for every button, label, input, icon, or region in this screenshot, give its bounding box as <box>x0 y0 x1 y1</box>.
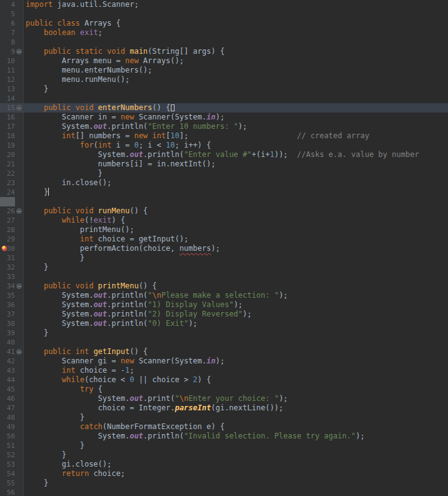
code-text[interactable]: printMenu(); <box>24 225 448 235</box>
gutter[interactable]: 20 <box>0 150 24 159</box>
line-number[interactable]: 13 <box>0 84 15 94</box>
line-number[interactable]: 32 <box>0 263 15 272</box>
code-text[interactable] <box>24 488 448 496</box>
gutter[interactable]: 37 <box>0 310 24 319</box>
gutter[interactable]: 50 <box>0 432 24 441</box>
code-text[interactable]: while(choice < 0 || choice > 2) { <box>24 375 448 385</box>
line-number[interactable]: 52 <box>0 450 15 460</box>
gutter[interactable]: 36 <box>0 300 24 310</box>
line-number[interactable]: 8 <box>0 38 15 47</box>
code-text[interactable]: System.out.println("2) Display Reversed"… <box>24 310 448 319</box>
code-text[interactable] <box>24 197 448 206</box>
code-text[interactable]: } <box>24 441 448 450</box>
gutter[interactable]: 32 <box>0 263 24 272</box>
gutter[interactable]: 18 <box>0 131 24 141</box>
line-number[interactable]: 10 <box>0 56 15 66</box>
gutter[interactable]: 42 <box>0 357 24 366</box>
line-number[interactable]: 28 <box>0 225 15 235</box>
fold-minus-icon[interactable] <box>16 208 22 214</box>
gutter[interactable]: 38 <box>0 319 24 328</box>
gutter[interactable]: 21 <box>0 159 24 169</box>
gutter[interactable]: 19 <box>0 141 24 150</box>
gutter[interactable]: 25 <box>0 197 24 206</box>
line-number[interactable]: 24 <box>0 188 15 197</box>
line-number[interactable]: 31 <box>0 253 15 263</box>
code-text[interactable]: } <box>24 413 448 422</box>
line-number[interactable]: 54 <box>0 469 15 478</box>
line-number[interactable]: 19 <box>0 141 15 150</box>
gutter[interactable]: 56 <box>0 488 24 496</box>
line-number[interactable]: 37 <box>0 310 15 319</box>
fold-minus-icon[interactable] <box>16 349 22 355</box>
code-text[interactable] <box>24 94 448 103</box>
gutter[interactable]: 11 <box>0 66 24 75</box>
code-text[interactable]: } <box>24 328 448 338</box>
code-text[interactable]: System.out.println("\nPlease make a sele… <box>24 291 448 300</box>
gutter[interactable]: 17 <box>0 122 24 131</box>
line-number[interactable]: 36 <box>0 300 15 310</box>
line-number[interactable]: 38 <box>0 319 15 328</box>
line-number[interactable]: 12 <box>0 75 15 84</box>
gutter[interactable]: 24 <box>0 188 24 197</box>
line-number[interactable]: 16 <box>0 113 15 122</box>
gutter[interactable]: 5 <box>0 9 24 19</box>
code-text[interactable]: for(int i = 0; i < 10; i++) { <box>24 141 448 150</box>
gutter[interactable]: 34 <box>0 281 24 291</box>
code-text[interactable]: int[] numbers = new int[10]; // created … <box>24 131 448 141</box>
line-number[interactable]: 6 <box>0 19 15 28</box>
gutter[interactable]: 28 <box>0 225 24 235</box>
gutter[interactable]: 22 <box>0 169 24 178</box>
gutter[interactable]: 52 <box>0 450 24 460</box>
line-number[interactable]: 50 <box>0 432 15 441</box>
line-number[interactable]: 20 <box>0 150 15 159</box>
fold-minus-icon[interactable] <box>16 49 22 54</box>
code-text[interactable]: System.out.println("Invalid selection. P… <box>24 432 448 441</box>
gutter[interactable]: 14 <box>0 94 24 103</box>
gutter[interactable]: 31 <box>0 253 24 263</box>
code-text[interactable]: System.out.println("Enter 10 numbers: ")… <box>24 122 448 131</box>
line-number[interactable]: 55 <box>0 478 15 488</box>
code-text[interactable]: return choice; <box>24 469 448 478</box>
code-text[interactable] <box>24 38 448 47</box>
code-text[interactable]: public void runMenu() { <box>24 206 448 216</box>
code-text[interactable]: Scanner gi = new Scanner(System.in); <box>24 357 448 366</box>
gutter[interactable]: 39 <box>0 328 24 338</box>
error-bulb-icon[interactable] <box>1 245 8 251</box>
line-number[interactable]: 9 <box>0 47 15 56</box>
line-number[interactable]: 33 <box>0 272 15 281</box>
gutter[interactable]: 23 <box>0 178 24 188</box>
gutter[interactable]: 53 <box>0 460 24 469</box>
code-text[interactable]: choice = Integer.parseInt(gi.nextLine())… <box>24 403 448 413</box>
code-text[interactable]: public class Arrays { <box>24 19 448 28</box>
gutter[interactable]: 48 <box>0 413 24 422</box>
gutter[interactable]: 26 <box>0 206 24 216</box>
gutter[interactable]: 16 <box>0 113 24 122</box>
gutter[interactable]: 9 <box>0 47 24 56</box>
gutter[interactable]: 49 <box>0 422 24 432</box>
gutter[interactable]: 54 <box>0 469 24 478</box>
code-text[interactable] <box>24 9 448 19</box>
line-number[interactable]: 35 <box>0 291 15 300</box>
line-number[interactable]: 27 <box>0 216 15 225</box>
code-text[interactable]: public int getInput() { <box>24 347 448 357</box>
gutter[interactable]: 51 <box>0 441 24 450</box>
fold-minus-icon[interactable] <box>16 105 22 111</box>
code-text[interactable]: menu.runMenu(); <box>24 75 448 84</box>
code-text[interactable] <box>24 338 448 347</box>
code-text[interactable]: } <box>24 263 448 272</box>
code-text[interactable]: } <box>24 188 448 197</box>
code-text[interactable]: int choice = getInput(); <box>24 235 448 244</box>
code-text[interactable]: } <box>24 253 448 263</box>
line-number[interactable]: 49 <box>0 422 15 432</box>
gutter-highlight-block[interactable]: 25 <box>0 197 15 206</box>
line-number[interactable]: 43 <box>0 366 15 375</box>
line-number[interactable]: 48 <box>0 413 15 422</box>
gutter[interactable]: 40 <box>0 338 24 347</box>
code-text[interactable]: public void printMenu() { <box>24 281 448 291</box>
line-number[interactable]: 40 <box>0 338 15 347</box>
gutter[interactable]: 41 <box>0 347 24 357</box>
code-editor[interactable]: 4import java.util.Scanner;56public class… <box>0 0 448 496</box>
gutter[interactable]: 30 <box>0 244 24 253</box>
gutter[interactable]: 8 <box>0 38 24 47</box>
line-number[interactable]: 15 <box>0 103 15 113</box>
